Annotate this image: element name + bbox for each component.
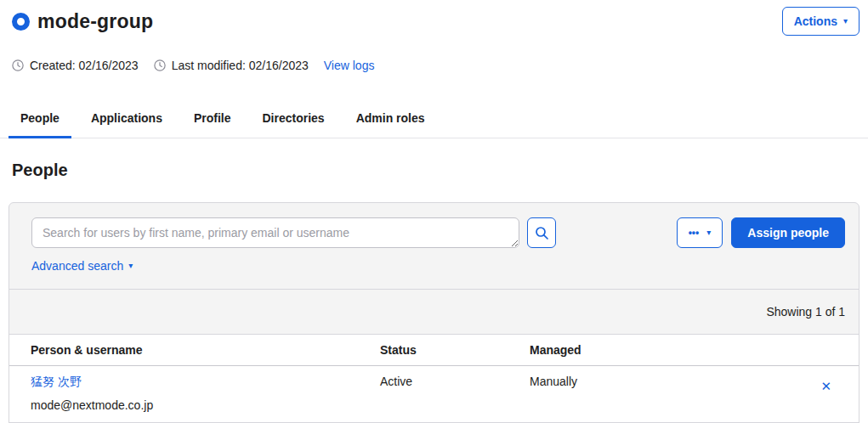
caret-down-icon: ▾ <box>706 228 711 237</box>
tab-directories[interactable]: Directories <box>251 111 337 138</box>
actions-button[interactable]: Actions ▾ <box>782 7 859 36</box>
column-header-person: Person & username <box>9 335 380 366</box>
column-header-status: Status <box>380 335 530 366</box>
more-options-button[interactable]: ••• ▾ <box>677 217 723 248</box>
tab-profile[interactable]: Profile <box>182 111 243 138</box>
search-toolbar: ••• ▾ Assign people Advanced search ▾ <box>9 203 859 290</box>
person-name-link[interactable]: 猛努 次野 <box>31 375 82 390</box>
column-header-actions <box>727 335 859 366</box>
page-title: mode-group <box>37 10 153 33</box>
people-panel: ••• ▾ Assign people Advanced search ▾ Sh… <box>9 202 859 423</box>
group-detail-page: mode-group Actions ▾ Created: 02/16/2023… <box>0 0 868 423</box>
advanced-search-label: Advanced search <box>31 259 123 273</box>
actions-button-label: Actions <box>794 14 837 28</box>
view-logs-link[interactable]: View logs <box>324 59 375 72</box>
results-count-row: Showing 1 of 1 <box>9 290 859 335</box>
close-icon: ✕ <box>820 379 831 393</box>
clock-icon <box>154 59 166 71</box>
more-options-icon: ••• <box>689 227 700 239</box>
person-status: Active <box>380 366 530 423</box>
group-icon <box>12 13 30 31</box>
remove-person-button[interactable]: ✕ <box>817 376 835 396</box>
results-count: Showing 1 of 1 <box>766 305 845 319</box>
tab-bar: People Applications Profile Directories … <box>0 111 868 138</box>
search-button[interactable] <box>527 217 556 248</box>
tab-applications[interactable]: Applications <box>79 111 174 138</box>
person-username: mode@nextmode.co.jp <box>31 398 372 412</box>
modified-meta: Last modified: 02/16/2023 <box>154 59 309 72</box>
created-meta: Created: 02/16/2023 <box>12 59 139 72</box>
assign-people-button[interactable]: Assign people <box>731 217 845 248</box>
tab-people[interactable]: People <box>9 111 71 138</box>
tab-admin-roles[interactable]: Admin roles <box>344 111 437 138</box>
toolbar-actions: ••• ▾ Assign people <box>677 217 845 248</box>
column-header-managed: Managed <box>530 335 727 366</box>
advanced-search-toggle[interactable]: Advanced search ▾ <box>31 259 133 289</box>
search-icon <box>535 226 549 240</box>
people-table-wrap: Person & username Status Managed 猛努 次野 m… <box>9 335 859 423</box>
table-row: 猛努 次野 mode@nextmode.co.jp Active Manuall… <box>9 366 859 423</box>
search-input[interactable] <box>31 217 519 248</box>
group-meta: Created: 02/16/2023 Last modified: 02/16… <box>12 59 868 72</box>
page-header: mode-group <box>0 0 868 33</box>
clock-icon <box>12 59 24 71</box>
modified-label: Last modified: 02/16/2023 <box>172 59 309 72</box>
created-label: Created: 02/16/2023 <box>30 59 139 72</box>
table-header-row: Person & username Status Managed <box>9 335 859 366</box>
caret-down-icon: ▾ <box>843 17 848 25</box>
caret-down-icon: ▾ <box>128 262 133 270</box>
section-title: People <box>12 161 868 180</box>
person-managed: Manually <box>530 366 727 423</box>
people-table: Person & username Status Managed 猛努 次野 m… <box>9 335 859 423</box>
